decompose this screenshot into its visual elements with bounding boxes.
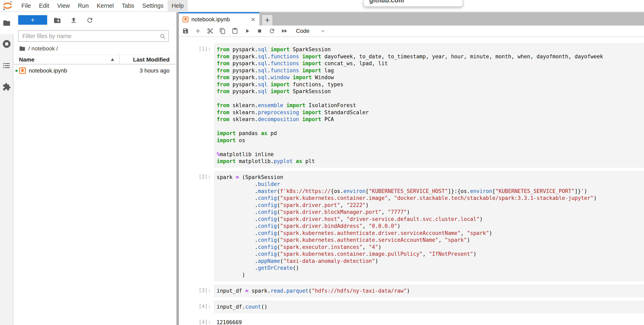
code-line: .config("spark.driver.host", "driver-ser… xyxy=(217,216,644,223)
close-tab-button[interactable] xyxy=(250,17,256,22)
menu-item-run[interactable]: Run xyxy=(74,0,93,12)
code-line: ) xyxy=(217,271,644,279)
sidebar-tab-running-sessions[interactable] xyxy=(0,39,13,49)
run-cell-button[interactable] xyxy=(244,28,251,35)
restart-run-all-button[interactable] xyxy=(281,28,288,35)
save-button[interactable] xyxy=(182,28,189,35)
code-cell: [3]:input_df = spark.read.parquet("hdfs:… xyxy=(179,285,644,297)
menu-item-settings[interactable]: Settings xyxy=(138,0,168,12)
upload-button[interactable] xyxy=(70,17,77,25)
chevron-down-icon xyxy=(320,29,325,34)
code-line: .config("spark.kubernetes.container.imag… xyxy=(217,250,644,257)
code-line: .appName("taxi-data-anomaly-detection") xyxy=(217,257,644,265)
code-line: .config("spark.executor.instances", "4") xyxy=(217,244,644,251)
insert-cell-button[interactable] xyxy=(194,28,201,35)
code-editor[interactable]: from pyspark.sql import SparkSessionfrom… xyxy=(214,43,644,167)
code-line: from pyspark.sql.functions import lag xyxy=(217,67,644,74)
code-line: from pyspark.sql.functions import concat… xyxy=(217,60,644,67)
restart-kernel-button[interactable] xyxy=(268,28,275,35)
code-line: from sklearn.decomposition import PCA xyxy=(217,116,644,123)
notebook-icon xyxy=(19,67,26,74)
code-line: .getOrCreate() xyxy=(217,264,644,271)
code-line: .builder xyxy=(217,181,644,188)
input-prompt: [4]: xyxy=(179,301,214,313)
column-header-name[interactable]: Name xyxy=(19,57,34,63)
notebook-content: [1]:from pyspark.sql import SparkSession… xyxy=(179,37,644,325)
new-folder-button[interactable] xyxy=(54,17,61,25)
tab-title: notebook.ipynb xyxy=(192,16,230,23)
filter-files-field xyxy=(18,30,169,42)
output-text: 12106669 xyxy=(214,316,644,325)
code-line: from pyspark.sql.functions import dayofw… xyxy=(217,53,644,60)
file-name: notebook.ipynb xyxy=(29,68,67,74)
menu-item-help[interactable]: Help xyxy=(168,0,188,12)
column-header-last-modified[interactable]: Last Modified xyxy=(133,57,170,63)
paste-icon xyxy=(232,28,238,34)
file-last-modified: 3 hours ago xyxy=(140,68,170,74)
code-line xyxy=(217,123,644,130)
sidebar-tab-extension-manager[interactable] xyxy=(0,83,13,91)
code-line: input_df.count() xyxy=(217,303,644,310)
stop-kernel-button[interactable] xyxy=(256,28,263,35)
code-editor[interactable]: spark = (SparkSession .builder .master(f… xyxy=(214,171,644,281)
cut-icon xyxy=(207,28,214,34)
file-list-item[interactable]: notebook.ipynb 3 hours ago xyxy=(13,65,176,76)
menu-item-view[interactable]: View xyxy=(53,0,74,12)
menu-item-file[interactable]: File xyxy=(18,0,35,12)
stop-icon xyxy=(256,28,262,34)
code-editor[interactable]: input_df = spark.read.parquet("hdfs://hd… xyxy=(214,285,644,297)
github-popup: github.com xyxy=(363,0,463,7)
upload-icon xyxy=(70,17,77,24)
notebook-icon xyxy=(182,17,188,23)
panel-splitter[interactable] xyxy=(176,12,179,325)
code-line: input_df = spark.read.parquet("hdfs://hd… xyxy=(217,287,644,294)
column-divider xyxy=(119,55,120,64)
code-line xyxy=(217,95,644,102)
new-launcher-button[interactable]: + xyxy=(18,15,47,25)
code-line: import pandas as pd xyxy=(217,130,644,137)
folder-icon xyxy=(3,19,11,27)
plus-icon xyxy=(195,28,201,34)
filter-files-input[interactable] xyxy=(18,30,169,42)
copy-cells-button[interactable] xyxy=(219,28,226,35)
cell-type-label: Code xyxy=(296,28,310,34)
notebook-toolbar: Code xyxy=(179,26,644,37)
code-editor[interactable]: input_df.count() xyxy=(214,301,644,313)
menu-item-edit[interactable]: Edit xyxy=(35,0,53,12)
code-line: spark = (SparkSession xyxy=(217,174,644,181)
add-tab-button[interactable]: + xyxy=(262,15,272,26)
menu-item-kernel[interactable]: Kernel xyxy=(93,0,118,12)
paste-cells-button[interactable] xyxy=(232,28,238,35)
menu-item-tabs[interactable]: Tabs xyxy=(118,0,138,12)
code-line: .config("spark.kubernetes.container.imag… xyxy=(217,195,644,202)
code-line: from pyspark.sql import SparkSession xyxy=(217,46,644,53)
copy-icon xyxy=(219,28,226,34)
code-line: .config("spark.kubernetes.authenticate.s… xyxy=(217,236,644,244)
code-line xyxy=(217,144,644,151)
menu-bar: File Edit View Run Kernel Tabs Settings … xyxy=(0,0,644,12)
code-cell: [2]:spark = (SparkSession .builder .mast… xyxy=(179,171,644,281)
refresh-button[interactable] xyxy=(86,17,94,25)
code-line: 12106669 xyxy=(216,319,644,325)
code-line: .config("spark.driver.bindAddress", "0.0… xyxy=(217,222,644,230)
sidebar-tab-file-browser[interactable] xyxy=(0,19,13,27)
code-line: from sklearn.ensemble import IsolationFo… xyxy=(217,102,644,109)
code-cell: [4]:input_df.count() xyxy=(179,301,644,313)
fast-forward-icon xyxy=(281,28,288,35)
code-line: import matplotlib.pyplot as plt xyxy=(217,158,644,165)
refresh-icon xyxy=(86,17,94,24)
breadcrumb[interactable]: / notebook / xyxy=(19,45,58,53)
cell-list: [1]:from pyspark.sql import SparkSession… xyxy=(179,37,644,325)
cell-type-dropdown[interactable]: Code xyxy=(296,28,325,34)
cut-cells-button[interactable] xyxy=(207,28,214,35)
save-icon xyxy=(182,28,189,34)
output-area: [4]:12106669 xyxy=(179,316,644,325)
sidebar-tab-table-of-contents[interactable] xyxy=(0,62,13,70)
sort-ascending-icon[interactable] xyxy=(111,58,114,61)
code-line: from pyspark.sql import functions, types xyxy=(217,81,644,88)
tab-notebook-ipynb[interactable]: notebook.ipynb xyxy=(179,12,260,26)
search-icon xyxy=(160,33,166,40)
close-icon xyxy=(250,17,256,22)
code-line: import os xyxy=(217,137,644,144)
activity-sidebar xyxy=(0,12,13,325)
